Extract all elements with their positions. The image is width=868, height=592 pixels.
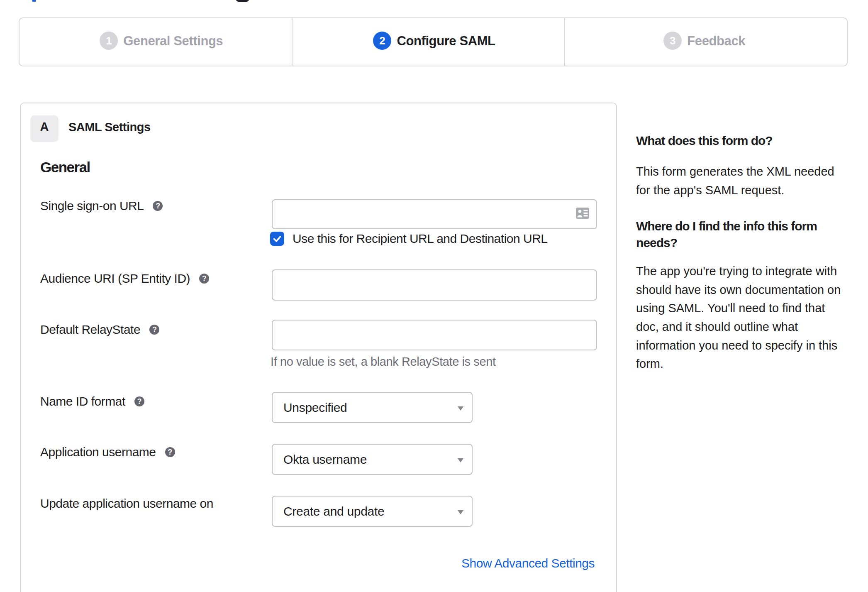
- name-id-format-label: Name ID format ?: [40, 394, 144, 409]
- chevron-down-icon: [458, 406, 463, 411]
- help-icon-audience[interactable]: ?: [199, 274, 209, 284]
- step-feedback[interactable]: 3Feedback: [564, 18, 847, 66]
- recipient-url-checkbox[interactable]: [270, 232, 284, 246]
- relaystate-hint: If no value is set, a blank RelayState i…: [271, 354, 496, 369]
- chevron-down-icon: [458, 510, 463, 514]
- update-app-username-select[interactable]: Create and update: [272, 496, 473, 527]
- step-3-label: Feedback: [687, 33, 745, 49]
- step-2-number-badge: 2: [373, 32, 391, 50]
- general-heading: General: [40, 159, 90, 176]
- default-relaystate-label: Default RelayState ?: [40, 322, 159, 337]
- step-1-number-badge: 1: [100, 32, 118, 50]
- audience-uri-input[interactable]: [272, 269, 597, 301]
- step-inner: 3Feedback: [663, 32, 745, 50]
- step-2-label: Configure SAML: [397, 33, 495, 49]
- single-sign-on-url-label: Single sign-on URL ?: [40, 198, 163, 213]
- help-heading-1: What does this form do?: [636, 132, 844, 149]
- audience-uri-label-text: Audience URI (SP Entity ID): [40, 271, 190, 286]
- step-inner: 2Configure SAML: [373, 32, 495, 50]
- application-username-label: Application username ?: [40, 445, 175, 460]
- recipient-url-checkbox-row: Use this for Recipient URL and Destinati…: [270, 232, 548, 246]
- help-icon-nameid[interactable]: ?: [134, 396, 144, 406]
- name-id-format-label-text: Name ID format: [40, 394, 125, 409]
- step-3-number-badge: 3: [663, 32, 682, 50]
- saml-settings-heading: SAML Settings: [68, 115, 151, 142]
- help-icon-relaystate[interactable]: ?: [149, 325, 159, 335]
- default-relaystate-input[interactable]: [272, 320, 597, 350]
- step-general-settings[interactable]: 1General Settings: [20, 18, 292, 66]
- saml-settings-card: A SAML Settings General Single sign-on U…: [20, 103, 617, 592]
- default-relaystate-label-text: Default RelayState: [40, 322, 140, 337]
- update-app-username-value: Create and update: [283, 504, 384, 519]
- help-heading-2: Where do I find the info this form needs…: [636, 218, 844, 251]
- update-app-username-label: Update application username on: [40, 496, 213, 511]
- help-panel: What does this form do? This form genera…: [636, 132, 844, 373]
- section-badge-a: A: [30, 115, 59, 142]
- help-section-1: What does this form do? This form genera…: [636, 132, 844, 199]
- help-body-1: This form generates the XML needed for t…: [636, 162, 844, 199]
- step-configure-saml[interactable]: 2Configure SAML: [292, 18, 565, 66]
- help-icon-appusername[interactable]: ?: [165, 447, 175, 457]
- step-1-label: General Settings: [123, 33, 223, 49]
- recipient-url-checkbox-label: Use this for Recipient URL and Destinati…: [293, 232, 548, 246]
- show-advanced-settings-link[interactable]: Show Advanced Settings: [461, 556, 595, 571]
- help-section-2: Where do I find the info this form needs…: [636, 218, 844, 373]
- name-id-format-select[interactable]: Unspecified: [272, 392, 473, 423]
- single-sign-on-url-label-text: Single sign-on URL: [40, 198, 144, 213]
- single-sign-on-url-input[interactable]: [272, 199, 597, 229]
- audience-uri-label: Audience URI (SP Entity ID) ?: [40, 271, 209, 286]
- application-username-label-text: Application username: [40, 445, 156, 460]
- help-body-2: The app you're trying to integrate with …: [636, 262, 844, 373]
- wizard-stepbar: 1General Settings 2Configure SAML 3Feedb…: [19, 17, 848, 66]
- contact-card-icon[interactable]: [576, 208, 589, 219]
- step-inner: 1General Settings: [100, 32, 223, 50]
- name-id-format-value: Unspecified: [283, 401, 347, 415]
- help-icon-sso[interactable]: ?: [153, 201, 163, 211]
- application-username-value: Okta username: [283, 453, 367, 467]
- page-title-fragment-glyph: [236, 0, 249, 2]
- page-title-fragment-blue: [32, 0, 36, 2]
- update-app-username-label-text: Update application username on: [40, 496, 213, 511]
- chevron-down-icon: [458, 458, 463, 462]
- application-username-select[interactable]: Okta username: [272, 444, 473, 475]
